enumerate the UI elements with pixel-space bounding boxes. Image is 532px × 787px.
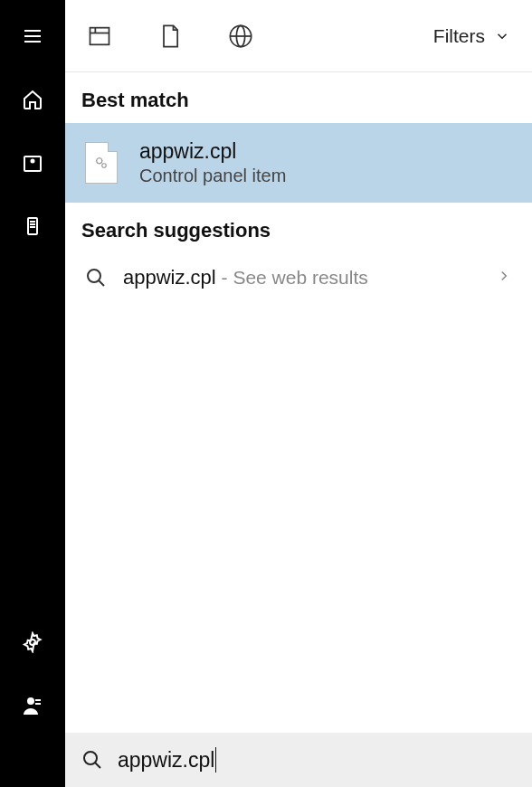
topbar-tabs [81,24,253,49]
sidebar-bottom [22,631,43,787]
svg-point-23 [84,752,97,764]
filters-button[interactable]: Filters [433,25,516,47]
device-icon[interactable] [22,215,43,237]
svg-line-22 [99,280,104,286]
documents-tab-icon[interactable] [157,24,183,49]
svg-rect-12 [35,703,41,705]
search-icon [81,749,103,771]
best-match-item[interactable]: appwiz.cpl Control panel item [65,123,532,203]
suggestion-primary: appwiz.cpl [123,266,216,289]
search-input[interactable]: appwiz.cpl [118,747,516,773]
suggestions-header: Search suggestions [65,203,532,253]
user-icon[interactable] [22,695,43,716]
camera-icon[interactable] [22,152,43,174]
apps-tab-icon[interactable] [87,24,112,49]
suggestion-text-wrap: appwiz.cpl - See web results [123,266,368,289]
svg-rect-11 [35,699,41,701]
home-icon[interactable] [22,89,43,110]
svg-rect-3 [24,156,41,171]
best-match-header: Best match [65,72,532,123]
sidebar [0,0,65,787]
sidebar-top [22,25,43,237]
svg-point-4 [32,160,34,163]
topbar: Filters [65,0,532,72]
best-match-text: appwiz.cpl Control panel item [139,139,286,186]
svg-rect-13 [90,27,109,44]
gear-icon[interactable] [22,631,43,653]
filters-label: Filters [433,25,485,47]
suggestion-secondary: - See web results [216,267,368,288]
text-cursor [215,747,216,773]
svg-point-21 [88,270,100,282]
main-panel: Filters Best match appwiz.cpl Control pa… [65,0,532,787]
results-body: Best match appwiz.cpl Control panel item… [65,72,532,733]
web-tab-icon[interactable] [228,24,253,49]
best-match-subtitle: Control panel item [139,166,286,186]
svg-point-19 [97,158,102,164]
chevron-down-icon [494,28,510,44]
menu-icon[interactable] [22,25,43,47]
suggestion-item[interactable]: appwiz.cpl - See web results [65,253,532,302]
search-bar[interactable]: appwiz.cpl [65,733,532,787]
best-match-title: appwiz.cpl [139,139,286,164]
svg-point-10 [27,697,34,705]
chevron-right-icon [496,268,512,288]
control-panel-file-icon [85,142,118,184]
svg-line-24 [95,763,100,768]
svg-point-20 [102,164,107,168]
search-query-text: appwiz.cpl [118,748,214,773]
search-icon [85,267,107,289]
